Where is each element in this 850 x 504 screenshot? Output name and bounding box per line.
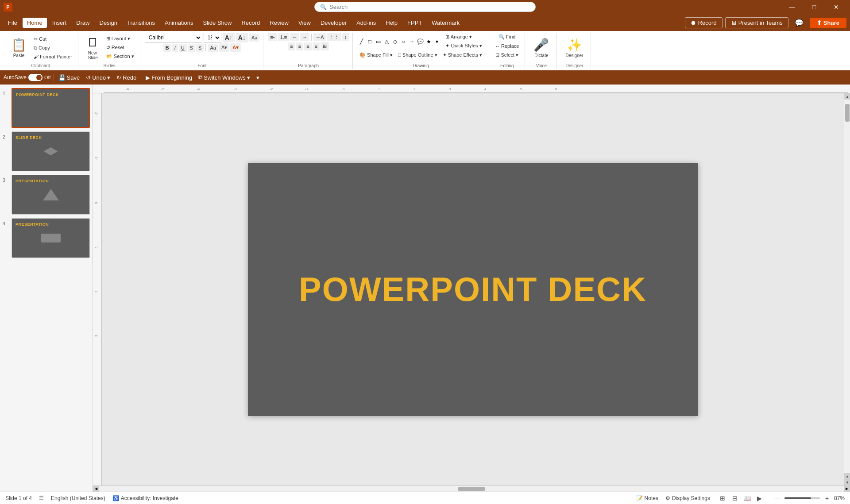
layout-button[interactable]: ⊞ Layout ▾	[104, 35, 136, 43]
slide-preview-3[interactable]: PRESENTATION	[12, 175, 90, 215]
line-spacing-button[interactable]: ↕	[342, 33, 349, 41]
customize-qa-button[interactable]: ▾	[255, 73, 261, 82]
smart-art-button[interactable]: ⊞	[321, 42, 329, 50]
shape-arrow[interactable]: →	[408, 38, 416, 46]
undo-button-qa[interactable]: ↺ Undo ▾	[84, 73, 112, 82]
slide-thumb-2[interactable]: 2 SLIDE DECK	[3, 131, 90, 171]
align-right-button[interactable]: ≡	[304, 42, 311, 50]
align-left-button[interactable]: ≡	[288, 42, 295, 50]
menu-record[interactable]: Record	[237, 18, 264, 28]
menu-file[interactable]: File	[4, 18, 22, 28]
reading-view-button[interactable]: 📖	[742, 493, 753, 504]
zoom-level[interactable]: 87%	[834, 495, 845, 501]
clear-format-button[interactable]: Aa	[249, 34, 259, 42]
scroll-up-button[interactable]: ▲	[844, 93, 850, 100]
slide-thumb-1[interactable]: 1 POWERPOINT DECK	[3, 88, 90, 128]
menu-watermark[interactable]: Watermark	[427, 18, 464, 28]
slideshow-button[interactable]: ▶	[754, 493, 765, 504]
shape-diamond[interactable]: ◇	[391, 38, 399, 46]
arrange-button[interactable]: ⊞ Arrange ▾	[443, 33, 484, 41]
search-bar[interactable]: 🔍	[314, 2, 536, 12]
menu-fppt[interactable]: FPPT	[403, 18, 426, 28]
columns-button[interactable]: ⋮⋮	[327, 33, 341, 41]
font-case-button[interactable]: Aa	[208, 44, 218, 52]
scrollbar-vertical[interactable]: ▲ ▲ ▼	[844, 93, 850, 485]
menu-transitions[interactable]: Transitions	[123, 18, 159, 28]
paste-button[interactable]: 📋 Paste	[7, 35, 31, 60]
slide-preview-1[interactable]: POWERPOINT DECK	[12, 88, 90, 128]
close-button[interactable]: ✕	[826, 0, 846, 14]
shape-star[interactable]: ★	[425, 38, 433, 46]
dictate-button[interactable]: 🎤 Dictate	[529, 35, 553, 60]
shape-callout[interactable]: 💬	[416, 38, 424, 46]
decrease-font-button[interactable]: A↓	[236, 33, 248, 42]
shape-effects-button[interactable]: ✦ Shape Effects ▾	[440, 51, 484, 59]
notes-button[interactable]: 📝 Notes	[636, 495, 658, 501]
autosave-toggle[interactable]: AutoSave Off	[4, 74, 51, 81]
bold-button[interactable]: B	[163, 44, 171, 52]
maximize-button[interactable]: □	[804, 0, 824, 14]
display-settings-button[interactable]: ⚙ Display Settings	[665, 495, 710, 501]
accessibility-indicator[interactable]: ♿ Accessibility: Investigate	[112, 495, 178, 501]
comments-button[interactable]: 💬	[791, 17, 807, 29]
italic-button[interactable]: I	[172, 44, 178, 52]
numbering-button[interactable]: 1.≡	[278, 33, 290, 41]
autosave-switch[interactable]	[28, 74, 42, 81]
new-slide-button[interactable]: 🗌 NewSlide	[83, 33, 103, 62]
minimize-button[interactable]: —	[782, 0, 802, 14]
shape-fill-button[interactable]: 🎨 Shape Fill ▾	[357, 51, 395, 59]
menu-home[interactable]: Home	[23, 18, 47, 28]
format-painter-button[interactable]: 🖌 Format Painter	[31, 53, 74, 61]
slide-preview-2[interactable]: SLIDE DECK	[12, 131, 90, 171]
text-direction-button[interactable]: ↔A	[313, 33, 326, 41]
align-center-button[interactable]: ≡	[296, 42, 303, 50]
menu-developer[interactable]: Developer	[316, 18, 351, 28]
font-name-selector[interactable]: Calibri	[145, 33, 202, 42]
slide-panel-toggle[interactable]: ☰	[39, 495, 44, 501]
find-button[interactable]: 🔍 Find	[496, 33, 518, 41]
shape-line[interactable]: ╱	[357, 38, 365, 46]
shape-rounded-rect[interactable]: ▭	[374, 38, 382, 46]
designer-button[interactable]: ✨ Designer	[561, 35, 587, 60]
highlight-button[interactable]: A▾	[219, 43, 229, 52]
font-size-selector[interactable]: 18	[204, 33, 221, 42]
menu-animations[interactable]: Animations	[160, 18, 197, 28]
select-button[interactable]: ⊡ Select ▾	[493, 51, 521, 59]
slide-sorter-button[interactable]: ⊟	[730, 493, 740, 504]
replace-button[interactable]: ↔ Replace	[493, 42, 521, 50]
indent-increase-button[interactable]: →	[300, 33, 309, 41]
bullets-button[interactable]: ≡•	[268, 33, 277, 41]
main-slide[interactable]: POWERPOINT DECK	[248, 163, 698, 416]
menu-design[interactable]: Design	[95, 18, 122, 28]
present-in-teams-button[interactable]: 🖥 Present in Teams	[725, 17, 788, 28]
shape-triangle[interactable]: △	[382, 38, 390, 46]
scroll-right-button[interactable]: ▶	[844, 486, 850, 492]
scroll-track-v[interactable]	[844, 100, 850, 473]
scrollbar-horizontal[interactable]: ◀ ▶	[93, 485, 850, 492]
slide-thumb-3[interactable]: 3 PRESENTATION	[3, 175, 90, 215]
cut-button[interactable]: ✂ Cut	[31, 35, 74, 43]
scroll-track-h[interactable]	[99, 486, 844, 492]
shape-rect[interactable]: □	[366, 38, 374, 46]
shape-outline-button[interactable]: □ Shape Outline ▾	[396, 51, 439, 59]
menu-draw[interactable]: Draw	[72, 18, 94, 28]
reset-button[interactable]: ↺ Reset	[104, 43, 136, 52]
record-button[interactable]: ⏺ Record	[685, 17, 722, 28]
underline-button[interactable]: U	[179, 44, 187, 52]
indent-decrease-button[interactable]: ←	[290, 33, 299, 41]
increase-font-button[interactable]: A↑	[223, 33, 235, 42]
slide-preview-4[interactable]: PRESENTATION	[12, 218, 90, 258]
scroll-down-button-2[interactable]: ▼	[844, 479, 850, 485]
quick-styles-button[interactable]: ✦ Quick Styles ▾	[443, 42, 484, 50]
zoom-in-button[interactable]: +	[822, 493, 832, 504]
zoom-slider[interactable]	[784, 497, 820, 499]
slide-container[interactable]: POWERPOINT DECK	[102, 93, 844, 485]
menu-addins[interactable]: Add-ins	[352, 18, 380, 28]
scroll-thumb-v[interactable]	[845, 104, 850, 122]
shape-circle[interactable]: ○	[399, 38, 407, 46]
scroll-left-button[interactable]: ◀	[93, 486, 99, 492]
from-beginning-button[interactable]: ▶ From Beginning	[144, 73, 194, 82]
language-indicator[interactable]: English (United States)	[51, 495, 105, 501]
menu-insert[interactable]: Insert	[48, 18, 71, 28]
redo-button-qa[interactable]: ↻ Redo	[115, 73, 138, 82]
